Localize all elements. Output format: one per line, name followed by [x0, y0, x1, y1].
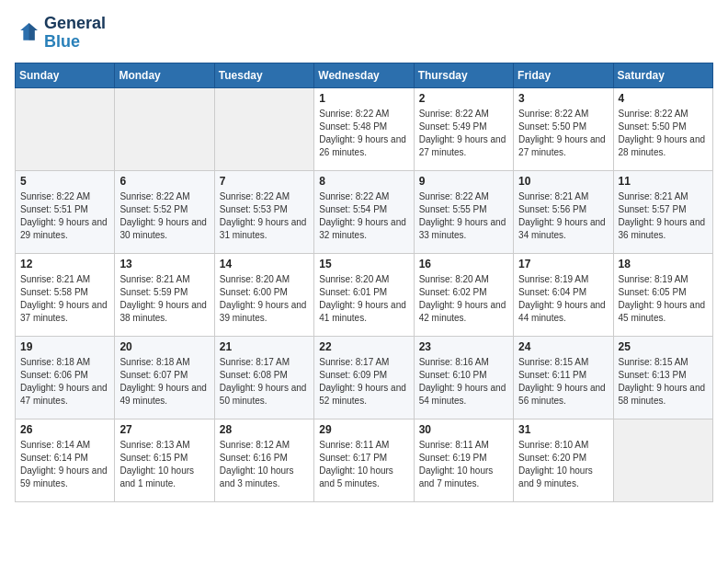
- day-number: 5: [20, 175, 109, 188]
- calendar-cell: 30Sunrise: 8:11 AM Sunset: 6:19 PM Dayli…: [414, 419, 513, 501]
- day-info: Sunrise: 8:13 AM Sunset: 6:15 PM Dayligh…: [119, 439, 209, 490]
- day-info: Sunrise: 8:11 AM Sunset: 6:19 PM Dayligh…: [419, 439, 508, 490]
- day-info: Sunrise: 8:10 AM Sunset: 6:20 PM Dayligh…: [518, 439, 608, 490]
- calendar-cell: 7Sunrise: 8:22 AM Sunset: 5:53 PM Daylig…: [214, 170, 313, 253]
- day-number: 3: [518, 92, 608, 105]
- day-number: 26: [20, 423, 109, 436]
- day-number: 15: [319, 258, 408, 270]
- calendar-cell: 27Sunrise: 8:13 AM Sunset: 6:15 PM Dayli…: [115, 419, 214, 501]
- day-info: Sunrise: 8:21 AM Sunset: 5:57 PM Dayligh…: [619, 190, 708, 242]
- day-info: Sunrise: 8:11 AM Sunset: 6:17 PM Dayligh…: [319, 439, 408, 490]
- calendar-cell: 18Sunrise: 8:19 AM Sunset: 6:05 PM Dayli…: [613, 253, 712, 336]
- calendar-cell: 16Sunrise: 8:20 AM Sunset: 6:02 PM Dayli…: [414, 253, 513, 336]
- weekday-header: Tuesday: [214, 63, 313, 87]
- day-number: 22: [319, 340, 408, 353]
- day-number: 29: [319, 423, 408, 436]
- calendar-cell: 25Sunrise: 8:15 AM Sunset: 6:13 PM Dayli…: [613, 336, 712, 419]
- calendar-cell: 3Sunrise: 8:22 AM Sunset: 5:50 PM Daylig…: [514, 87, 613, 170]
- day-number: 30: [419, 423, 508, 436]
- calendar-cell: [16, 87, 115, 170]
- calendar-cell: 5Sunrise: 8:22 AM Sunset: 5:51 PM Daylig…: [16, 170, 115, 253]
- day-info: Sunrise: 8:22 AM Sunset: 5:50 PM Dayligh…: [518, 108, 608, 159]
- day-info: Sunrise: 8:19 AM Sunset: 6:04 PM Dayligh…: [518, 273, 608, 325]
- weekday-header: Monday: [115, 63, 214, 87]
- day-number: 20: [119, 340, 209, 353]
- day-number: 17: [518, 258, 608, 270]
- calendar-cell: [115, 87, 214, 170]
- calendar-cell: 9Sunrise: 8:22 AM Sunset: 5:55 PM Daylig…: [414, 170, 513, 253]
- day-info: Sunrise: 8:22 AM Sunset: 5:54 PM Dayligh…: [319, 190, 408, 242]
- day-info: Sunrise: 8:17 AM Sunset: 6:09 PM Dayligh…: [319, 356, 408, 408]
- page-header: General Blue: [15, 15, 713, 52]
- calendar-cell: 20Sunrise: 8:18 AM Sunset: 6:07 PM Dayli…: [115, 336, 214, 419]
- calendar-cell: 17Sunrise: 8:19 AM Sunset: 6:04 PM Dayli…: [514, 253, 613, 336]
- day-number: 27: [119, 423, 209, 436]
- calendar-cell: 15Sunrise: 8:20 AM Sunset: 6:01 PM Dayli…: [314, 253, 414, 336]
- day-number: 16: [419, 258, 508, 270]
- weekday-header: Thursday: [414, 63, 513, 87]
- calendar-cell: 12Sunrise: 8:21 AM Sunset: 5:58 PM Dayli…: [16, 253, 115, 336]
- day-info: Sunrise: 8:20 AM Sunset: 6:02 PM Dayligh…: [419, 273, 508, 325]
- weekday-header: Wednesday: [314, 63, 414, 87]
- calendar-week-row: 12Sunrise: 8:21 AM Sunset: 5:58 PM Dayli…: [16, 253, 713, 336]
- calendar-cell: 10Sunrise: 8:21 AM Sunset: 5:56 PM Dayli…: [514, 170, 613, 253]
- day-number: 11: [619, 175, 708, 188]
- day-number: 28: [220, 423, 309, 436]
- calendar-cell: 4Sunrise: 8:22 AM Sunset: 5:50 PM Daylig…: [613, 87, 712, 170]
- logo-text: General Blue: [44, 15, 106, 52]
- day-info: Sunrise: 8:15 AM Sunset: 6:11 PM Dayligh…: [518, 356, 608, 408]
- day-info: Sunrise: 8:22 AM Sunset: 5:51 PM Dayligh…: [20, 190, 109, 242]
- calendar-cell: 21Sunrise: 8:17 AM Sunset: 6:08 PM Dayli…: [214, 336, 313, 419]
- weekday-header: Saturday: [613, 63, 712, 87]
- day-number: 31: [518, 423, 608, 436]
- day-info: Sunrise: 8:19 AM Sunset: 6:05 PM Dayligh…: [619, 273, 708, 325]
- day-info: Sunrise: 8:22 AM Sunset: 5:55 PM Dayligh…: [419, 190, 508, 242]
- calendar-cell: 8Sunrise: 8:22 AM Sunset: 5:54 PM Daylig…: [314, 170, 414, 253]
- day-number: 1: [319, 92, 408, 105]
- day-number: 2: [419, 92, 508, 105]
- day-info: Sunrise: 8:18 AM Sunset: 6:07 PM Dayligh…: [119, 356, 209, 408]
- logo-icon: [15, 20, 40, 46]
- day-info: Sunrise: 8:16 AM Sunset: 6:10 PM Dayligh…: [419, 356, 508, 408]
- day-number: 12: [20, 258, 109, 270]
- calendar-cell: 29Sunrise: 8:11 AM Sunset: 6:17 PM Dayli…: [314, 419, 414, 501]
- calendar-cell: 2Sunrise: 8:22 AM Sunset: 5:49 PM Daylig…: [414, 87, 513, 170]
- weekday-header: Sunday: [16, 63, 115, 87]
- day-number: 8: [319, 175, 408, 188]
- calendar-cell: 6Sunrise: 8:22 AM Sunset: 5:52 PM Daylig…: [115, 170, 214, 253]
- day-info: Sunrise: 8:18 AM Sunset: 6:06 PM Dayligh…: [20, 356, 109, 408]
- day-info: Sunrise: 8:15 AM Sunset: 6:13 PM Dayligh…: [619, 356, 708, 408]
- day-info: Sunrise: 8:12 AM Sunset: 6:16 PM Dayligh…: [220, 439, 309, 490]
- calendar-cell: 24Sunrise: 8:15 AM Sunset: 6:11 PM Dayli…: [514, 336, 613, 419]
- calendar-cell: 22Sunrise: 8:17 AM Sunset: 6:09 PM Dayli…: [314, 336, 414, 419]
- day-info: Sunrise: 8:21 AM Sunset: 5:58 PM Dayligh…: [20, 273, 109, 325]
- calendar-cell: 26Sunrise: 8:14 AM Sunset: 6:14 PM Dayli…: [16, 419, 115, 501]
- day-number: 10: [518, 175, 608, 188]
- day-info: Sunrise: 8:22 AM Sunset: 5:50 PM Dayligh…: [619, 108, 708, 159]
- calendar-cell: [214, 87, 313, 170]
- day-info: Sunrise: 8:14 AM Sunset: 6:14 PM Dayligh…: [20, 439, 109, 490]
- day-info: Sunrise: 8:20 AM Sunset: 6:00 PM Dayligh…: [220, 273, 309, 325]
- logo: General Blue: [15, 15, 106, 52]
- day-info: Sunrise: 8:22 AM Sunset: 5:48 PM Dayligh…: [319, 108, 408, 159]
- day-info: Sunrise: 8:21 AM Sunset: 5:59 PM Dayligh…: [119, 273, 209, 325]
- weekday-header: Friday: [514, 63, 613, 87]
- day-number: 14: [220, 258, 309, 270]
- calendar-cell: [613, 419, 712, 501]
- calendar-cell: 11Sunrise: 8:21 AM Sunset: 5:57 PM Dayli…: [613, 170, 712, 253]
- day-number: 24: [518, 340, 608, 353]
- calendar-cell: 31Sunrise: 8:10 AM Sunset: 6:20 PM Dayli…: [514, 419, 613, 501]
- calendar-cell: 23Sunrise: 8:16 AM Sunset: 6:10 PM Dayli…: [414, 336, 513, 419]
- day-number: 7: [220, 175, 309, 188]
- day-number: 19: [20, 340, 109, 353]
- calendar-week-row: 26Sunrise: 8:14 AM Sunset: 6:14 PM Dayli…: [16, 419, 713, 501]
- day-number: 6: [119, 175, 209, 188]
- day-number: 9: [419, 175, 508, 188]
- day-number: 13: [119, 258, 209, 270]
- day-info: Sunrise: 8:22 AM Sunset: 5:49 PM Dayligh…: [419, 108, 508, 159]
- day-number: 4: [619, 92, 708, 105]
- calendar-header-row: SundayMondayTuesdayWednesdayThursdayFrid…: [16, 63, 713, 87]
- calendar-cell: 1Sunrise: 8:22 AM Sunset: 5:48 PM Daylig…: [314, 87, 414, 170]
- day-info: Sunrise: 8:22 AM Sunset: 5:52 PM Dayligh…: [119, 190, 209, 242]
- day-number: 25: [619, 340, 708, 353]
